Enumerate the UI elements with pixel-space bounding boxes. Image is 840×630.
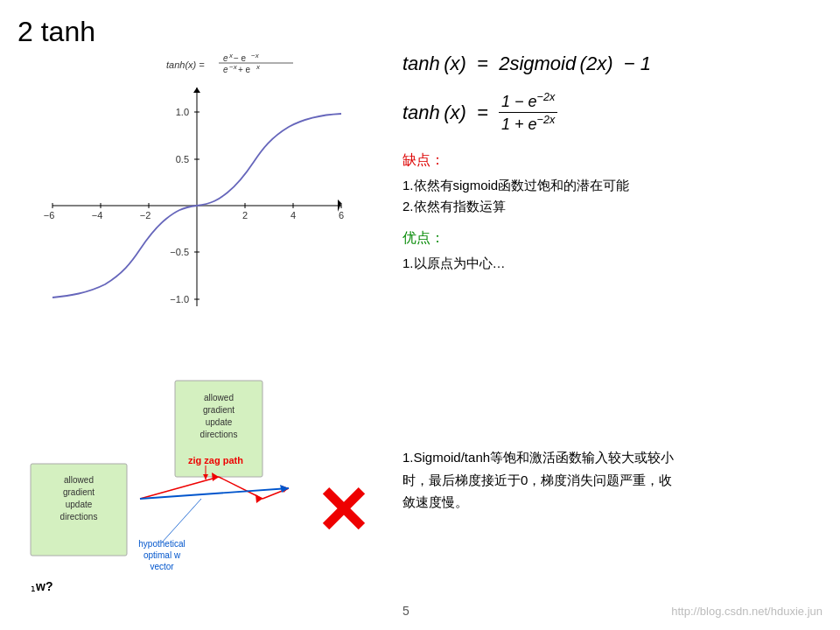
advantages-title: 优点： (402, 229, 822, 248)
svg-text:₁w?: ₁w? (31, 579, 52, 593)
svg-line-58 (162, 499, 201, 542)
bottom-text-line1: 1.Sigmoid/tanh等饱和激活函数输入较大或较小 (402, 450, 674, 465)
svg-text:directions: directions (200, 430, 238, 439)
disadvantage-2: 2.依然有指数运算 (402, 196, 822, 217)
svg-text:6: 6 (339, 210, 344, 220)
disadvantage-1: 1.依然有sigmoid函数过饱和的潜在可能 (402, 175, 822, 196)
diagram-container: allowed gradient update directions allow… (26, 376, 376, 595)
svg-text:tanh(x) =: tanh(x) = (166, 60, 205, 70)
bottom-text-line3: 敛速度慢。 (402, 494, 468, 509)
svg-text:−6: −6 (44, 210, 55, 220)
svg-text:−x: −x (229, 63, 238, 71)
svg-text:update: update (66, 500, 93, 509)
advantage-1: 1.以原点为中心… (402, 253, 822, 274)
svg-marker-47 (256, 494, 262, 503)
svg-text:gradient: gradient (63, 487, 94, 497)
disadvantages-section: 缺点： 1.依然有sigmoid函数过饱和的潜在可能 2.依然有指数运算 (402, 151, 822, 217)
svg-text:1.0: 1.0 (176, 107, 189, 117)
svg-text:e: e (223, 65, 228, 74)
tanh-graph: tanh(x) = e x − e −x e −x + e x −6 −4 −2… (26, 52, 368, 332)
svg-text:2: 2 (242, 210, 248, 220)
graph-container: tanh(x) = e x − e −x e −x + e x −6 −4 −2… (26, 52, 368, 332)
page-number: 5 (402, 604, 410, 618)
svg-text:−4: −4 (92, 210, 103, 220)
svg-text:allowed: allowed (64, 475, 94, 485)
svg-text:−1.0: −1.0 (170, 294, 189, 304)
formula2: tanh (x) = 1 − e−2x 1 + e−2x (402, 91, 822, 134)
svg-text:+ e: + e (238, 65, 251, 74)
svg-text:−0.5: −0.5 (170, 247, 189, 257)
formula-area: tanh ( x ) = 2 sigmoid ( 2x ) − 1 tanh (… (402, 52, 822, 274)
svg-text:✕: ✕ (315, 474, 370, 548)
advantages-section: 优点： 1.以原点为中心… (402, 229, 822, 274)
page-title: 2 tanh (18, 16, 95, 48)
svg-text:−x: −x (251, 52, 260, 60)
svg-text:gradient: gradient (203, 405, 234, 415)
disadvantages-title: 缺点： (402, 151, 822, 170)
svg-text:0.5: 0.5 (176, 154, 189, 164)
svg-text:4: 4 (290, 210, 296, 220)
svg-text:directions: directions (60, 512, 98, 522)
svg-text:− e: − e (234, 53, 247, 63)
bottom-text-line2: 时，最后梯度接近于0，梯度消失问题严重，收 (402, 472, 672, 487)
svg-text:−2: −2 (140, 210, 151, 220)
svg-text:e: e (223, 53, 228, 63)
svg-text:zig zag path: zig zag path (188, 455, 243, 466)
svg-text:hypothetical: hypothetical (138, 539, 185, 549)
svg-text:optimal w: optimal w (144, 550, 181, 560)
svg-text:vector: vector (150, 562, 174, 571)
svg-text:x: x (256, 63, 261, 71)
svg-marker-33 (193, 88, 200, 93)
svg-text:update: update (206, 417, 233, 427)
watermark: http://blog.csdn.net/hduxie.jun (671, 605, 822, 618)
gradient-diagram: allowed gradient update directions allow… (26, 376, 376, 595)
bottom-text-area: 1.Sigmoid/tanh等饱和激活函数输入较大或较小 时，最后梯度接近于0，… (402, 446, 822, 514)
formula1: tanh ( x ) = 2 sigmoid ( 2x ) − 1 (402, 52, 822, 75)
svg-text:allowed: allowed (204, 393, 234, 402)
